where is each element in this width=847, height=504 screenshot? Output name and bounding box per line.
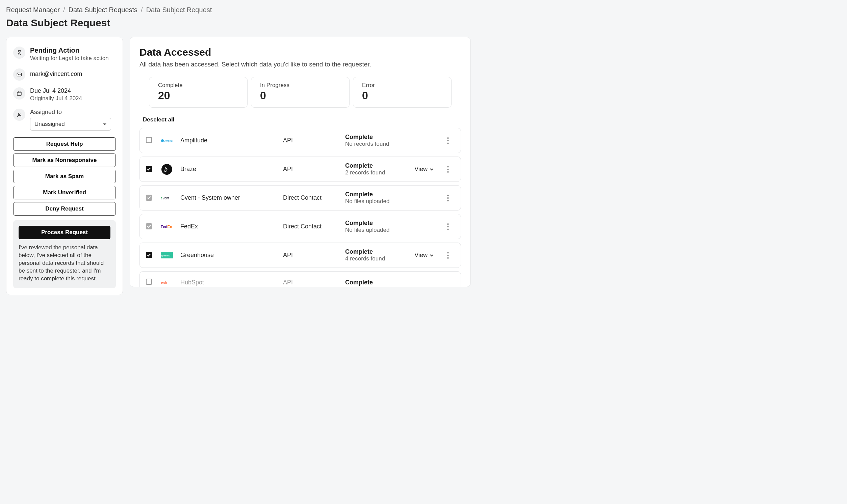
process-request-button[interactable]: Process Request — [19, 226, 110, 239]
row-method: API — [283, 252, 344, 259]
integration-logo: Amplitude — [161, 134, 173, 147]
row-status: Complete — [345, 133, 438, 141]
svg-text:b: b — [164, 166, 168, 173]
stat-value: 20 — [158, 89, 238, 102]
caret-down-icon — [103, 121, 107, 127]
row-menu-button[interactable] — [441, 223, 454, 230]
svg-point-10 — [447, 166, 449, 167]
integration-logo: cvent — [161, 192, 173, 204]
row-detail: No files uploaded — [345, 227, 438, 233]
row-method: Direct Contact — [283, 194, 344, 201]
hubspot-logo: Hub — [161, 276, 173, 287]
table-row-cutoff: Hub HubSpot API Complete — [139, 271, 461, 287]
mark-unverified-button[interactable]: Mark Unverified — [13, 186, 116, 199]
breadcrumb-current: Data Subject Request — [146, 6, 212, 14]
row-menu-button[interactable] — [441, 137, 454, 144]
svg-point-25 — [447, 254, 449, 256]
process-description: I've reviewed the personal data below, I… — [19, 244, 110, 283]
breadcrumb: Request Manager / Data Subject Requests … — [6, 6, 841, 14]
row-checkbox[interactable] — [146, 223, 152, 229]
assigned-label: Assigned to — [30, 109, 116, 116]
svg-point-16 — [447, 197, 449, 198]
svg-point-15 — [447, 195, 449, 196]
svg-point-17 — [447, 200, 449, 201]
integration-logo: FedEx — [161, 221, 173, 233]
svg-point-26 — [447, 257, 449, 258]
stat-label: Error — [362, 82, 443, 89]
row-method: API — [283, 279, 344, 286]
svg-point-11 — [447, 168, 449, 170]
row-name: HubSpot — [180, 279, 282, 286]
row-status: Complete — [345, 279, 438, 286]
original-date: Originally Jul 4 2024 — [30, 95, 82, 102]
row-name: FedEx — [180, 223, 282, 230]
row-method: API — [283, 137, 344, 144]
svg-point-12 — [447, 171, 449, 173]
view-link[interactable]: View — [414, 166, 434, 173]
row-checkbox[interactable] — [146, 137, 152, 143]
row-status: Complete — [345, 248, 413, 255]
mark-nonresponsive-button[interactable]: Mark as Nonresponsive — [13, 154, 116, 167]
row-status: Complete — [345, 191, 438, 198]
row-menu-button[interactable] — [441, 166, 454, 173]
row-method: Direct Contact — [283, 223, 344, 230]
svg-point-2 — [18, 113, 20, 115]
svg-rect-0 — [17, 73, 21, 76]
row-detail: No records found — [345, 141, 438, 147]
stat-label: Complete — [158, 82, 238, 89]
request-help-button[interactable]: Request Help — [13, 137, 116, 151]
svg-point-21 — [447, 228, 449, 230]
row-detail: 4 records found — [345, 255, 413, 262]
row-checkbox[interactable] — [146, 166, 152, 172]
main-subtitle: All data has been accessed. Select which… — [139, 61, 461, 68]
due-date: Due Jul 4 2024 — [30, 87, 82, 94]
svg-text:vent: vent — [163, 196, 169, 200]
row-status: Complete — [345, 220, 438, 227]
stat-label: In Progress — [260, 82, 341, 89]
integration-logo: b — [161, 163, 173, 176]
mail-icon — [13, 69, 25, 80]
assigned-select[interactable]: Unassigned — [30, 118, 111, 130]
person-icon — [13, 109, 25, 121]
svg-point-3 — [161, 139, 164, 142]
breadcrumb-link-0[interactable]: Request Manager — [6, 6, 60, 14]
svg-text:FedEx: FedEx — [161, 225, 172, 229]
svg-point-7 — [447, 142, 449, 144]
row-method: API — [283, 166, 344, 173]
hourglass-icon — [13, 47, 25, 59]
stat-value: 0 — [362, 89, 443, 102]
row-checkbox[interactable] — [146, 252, 152, 258]
row-checkbox[interactable] — [146, 278, 152, 285]
breadcrumb-sep: / — [63, 6, 65, 14]
svg-rect-1 — [17, 92, 21, 95]
status-title: Pending Action — [30, 47, 109, 54]
table-row: cvent Cvent - System owner Direct Contac… — [139, 185, 461, 211]
row-name: Greenhouse — [180, 252, 282, 259]
deselect-all-link[interactable]: Deselect all — [143, 116, 461, 123]
table-row: b Braze API Complete 2 records found Vie… — [139, 157, 461, 182]
stat-complete[interactable]: Complete 20 — [149, 77, 247, 108]
view-link[interactable]: View — [414, 252, 434, 259]
breadcrumb-link-1[interactable]: Data Subject Requests — [69, 6, 138, 14]
page-title: Data Subject Request — [6, 17, 841, 29]
row-checkbox[interactable] — [146, 195, 152, 201]
table-row: FedEx FedEx Direct Contact Complete No f… — [139, 214, 461, 239]
integration-logo: greenho — [161, 249, 173, 262]
row-menu-button[interactable] — [441, 195, 454, 201]
svg-point-5 — [447, 137, 449, 139]
row-detail: No files uploaded — [345, 198, 438, 205]
svg-text:Amplitude: Amplitude — [165, 140, 173, 142]
main-panel: Data Accessed All data has been accessed… — [130, 37, 471, 287]
deny-request-button[interactable]: Deny Request — [13, 202, 116, 216]
requester-email: mark@vincent.com — [30, 71, 82, 77]
row-name: Amplitude — [180, 137, 282, 144]
mark-spam-button[interactable]: Mark as Spam — [13, 170, 116, 183]
status-sub: Waiting for Legal to take action — [30, 55, 109, 62]
stat-in-progress[interactable]: In Progress 0 — [251, 77, 349, 108]
svg-point-24 — [447, 252, 449, 253]
request-sidebar: Pending Action Waiting for Legal to take… — [6, 37, 123, 295]
svg-text:Hub: Hub — [161, 281, 167, 284]
row-menu-button[interactable] — [441, 252, 454, 259]
stat-error[interactable]: Error 0 — [353, 77, 451, 108]
main-title: Data Accessed — [139, 47, 461, 58]
